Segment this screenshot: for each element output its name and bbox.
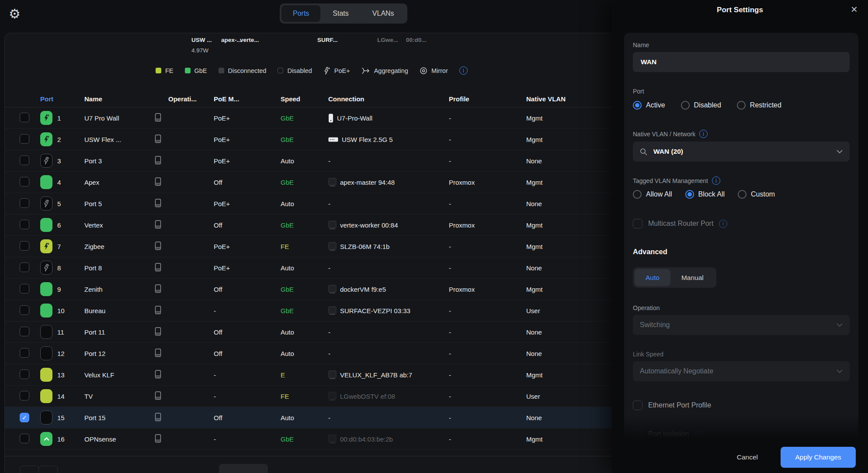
panel-title: Port Settings [612,6,868,14]
switch-device-icon [154,220,214,230]
mode-manual[interactable]: Manual [670,269,715,286]
speed: Auto [281,264,328,272]
row-checkbox[interactable] [20,284,29,293]
profile: - [449,350,526,357]
port-number: 14 [57,393,84,400]
poe-mode: - [214,371,281,379]
profile: - [449,264,526,272]
row-checkbox[interactable] [20,434,29,443]
poe-mode: PoE+ [214,264,281,272]
speed: Auto [281,200,328,207]
speed: GbE [281,114,328,122]
row-checkbox[interactable] [20,327,29,336]
port-number: 11 [57,328,84,336]
poe-mode: PoE+ [214,114,281,122]
port-number: 12 [57,350,84,357]
cancel-button[interactable]: Cancel [737,453,758,461]
radio-allow-all[interactable]: Allow All [633,190,672,199]
column-header-speed[interactable]: Speed [281,95,328,103]
multicast-info-icon[interactable]: i [719,220,727,228]
connection: - [328,350,449,357]
search-icon [640,148,647,155]
close-icon[interactable]: × [851,3,858,16]
name-input[interactable]: WAN [633,52,850,72]
port-name: Port 11 [84,328,154,336]
radio-custom[interactable]: Custom [738,190,775,199]
row-checkbox[interactable] [20,241,29,251]
port-status-icon [40,411,52,425]
port-status-icon [40,325,52,339]
port-name: Port 8 [84,264,154,272]
port-number: 4 [57,179,84,186]
port-number: 3 [57,157,84,165]
server-icon [328,178,337,187]
tab-stats[interactable]: Stats [321,5,360,22]
tagged-vlan-info-icon[interactable]: i [712,176,720,185]
poe-mode: - [214,435,281,443]
port-number: 15 [57,414,84,421]
row-checkbox[interactable] [20,155,29,165]
port-isolation-checkbox[interactable]: Port Isolation i [633,429,850,439]
port-status-icon [40,154,52,168]
row-checkbox[interactable] [20,113,29,122]
column-header-port[interactable]: Port [40,95,84,103]
pagination-prev-button[interactable] [20,466,39,473]
apply-changes-button[interactable]: Apply Changes [781,447,856,468]
connection: - [328,200,449,207]
port-state-label: Port [633,88,850,95]
connection: - [328,264,449,272]
radio-restricted[interactable]: Restricted [737,101,781,110]
column-header-operation[interactable]: Operati... [154,95,214,103]
port-status-icon [40,368,52,382]
port-isolation-info-icon[interactable]: i [694,430,703,438]
link-speed-select: Automatically Negotiate [633,361,850,381]
poe-mode: PoE+ [214,243,281,250]
ethernet-port-profile-checkbox[interactable]: Ethernet Port Profile [633,400,850,410]
column-header-poe-mode[interactable]: PoE M... [214,95,281,103]
mode-auto[interactable]: Auto [635,269,670,286]
tab-vlans[interactable]: VLANs [361,5,406,22]
tab-ports[interactable]: Ports [281,5,320,22]
port-name: Port 15 [84,414,154,421]
speed: FE [281,393,328,400]
row-checkbox[interactable] [20,134,29,144]
radio-active[interactable]: Active [633,101,665,110]
port-number: 7 [57,243,84,250]
port-status-icon [40,346,52,360]
settings-gear-icon[interactable]: ⚙ [9,6,21,21]
native-vlan-info-icon[interactable]: i [699,130,708,138]
legend-info-icon[interactable]: i [459,66,468,75]
row-checkbox[interactable] [20,220,29,229]
row-checkbox[interactable] [20,348,29,358]
speed: GbE [281,221,328,229]
operation-select: Switching [633,315,850,335]
profile: Proxmox [449,221,526,229]
connected-device-label: verte... [240,37,259,43]
port-status-icon [40,197,52,211]
legend-item: Disconnected [219,67,267,74]
row-checkbox[interactable] [20,391,29,400]
native-vlan-select[interactable]: WAN (20) [633,142,850,162]
column-header-profile[interactable]: Profile [449,95,526,103]
legend-item: GbE [185,67,207,74]
pagination-next-button[interactable] [38,466,58,473]
speed: GbE [281,286,328,293]
multicast-router-port-checkbox[interactable]: Multicast Router Port i [633,219,850,228]
port-status-icon [40,239,52,253]
profile: Proxmox [449,286,526,293]
profile: - [449,157,526,165]
row-checkbox[interactable] [20,198,29,208]
radio-block-all[interactable]: Block All [685,190,725,199]
column-header-name[interactable]: Name [84,95,154,103]
row-checkbox[interactable]: ✓ [20,413,29,422]
column-header-connection[interactable]: Connection [328,95,449,103]
row-checkbox[interactable] [20,177,29,186]
radio-disabled[interactable]: Disabled [681,101,721,110]
row-checkbox[interactable] [20,262,29,272]
row-checkbox[interactable] [20,369,29,379]
pagination-page-button[interactable] [219,464,268,473]
connection: 00:d0:b4:03:be:2b [328,435,449,444]
row-checkbox[interactable] [20,305,29,315]
ap-icon [328,114,333,123]
legend-item: Disabled [278,67,312,74]
